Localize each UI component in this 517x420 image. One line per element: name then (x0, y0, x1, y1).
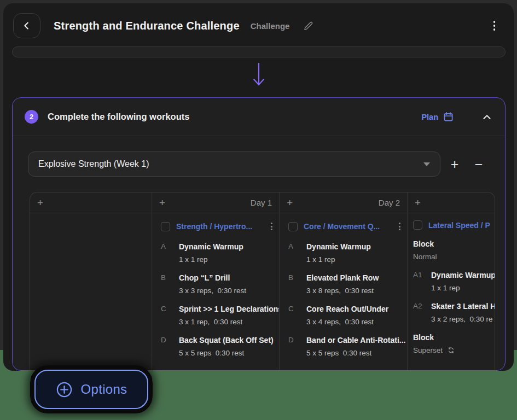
challenge-type-label: Challenge (251, 21, 290, 31)
edit-pencil-icon[interactable] (303, 20, 314, 32)
collapse-step-button[interactable] (481, 111, 493, 123)
exercise-name: Core Reach Out/Under (306, 305, 388, 313)
exercise-tag: A2 (413, 302, 431, 311)
workout-checkbox[interactable] (413, 220, 422, 230)
workout-checkbox[interactable] (288, 222, 298, 231)
chevron-up-icon (481, 111, 493, 123)
header: Strength and Endurance Challenge Challen… (3, 3, 514, 39)
page-title: Strength and Endurance Challenge (54, 20, 240, 32)
board-header-cell: + (30, 192, 152, 213)
block-mode: Normal (413, 253, 490, 261)
add-workout-button[interactable]: + (159, 197, 165, 209)
exercise-name: Elevated Plank Row (306, 273, 379, 282)
plus-circle-icon (56, 381, 73, 398)
board-header-cell: + (407, 192, 495, 213)
exercise-tag: D (288, 336, 306, 345)
exercise-item[interactable]: A2Skater 3 Lateral Ho 3 x 2 reps, 0:30 r… (413, 302, 490, 323)
step-header: 2 Complete the following workouts Plan (13, 98, 505, 136)
workout-title-link[interactable]: Lateral Speed / Ply (428, 221, 490, 230)
workout-title-link[interactable]: Core / Movement Q... (304, 222, 380, 231)
week-selector-row: Explosive Strength (Week 1) + − (28, 151, 491, 177)
exercise-detail: 3 x 8 reps, 0:30 rest (306, 287, 403, 295)
options-button[interactable]: Options (34, 370, 148, 409)
exercise-item[interactable]: ADynamic Warmup 1 x 1 rep (288, 242, 403, 264)
collapsed-step-card[interactable] (12, 46, 506, 57)
exercise-name: Dynamic Warmup (306, 242, 371, 251)
workout-header: Strength / Hypertro... (161, 220, 275, 232)
back-button[interactable] (13, 13, 40, 38)
block-mode-label: Superset (413, 346, 443, 354)
add-week-button[interactable]: + (443, 158, 467, 171)
exercise-item[interactable]: A1Dynamic Warmup 1 x 1 rep (413, 271, 490, 292)
exercise-item[interactable]: CCore Reach Out/Under 3 x 4 reps, 0:30 r… (288, 305, 403, 326)
step-card: 2 Complete the following workouts Plan (12, 97, 506, 371)
block-label: Block (413, 333, 490, 342)
workout-kebab-icon[interactable] (269, 220, 275, 232)
block-header: Block Superset (413, 333, 490, 354)
exercise-tag: B (288, 273, 306, 282)
exercise-name: Band or Cable Anti-Rotati... (306, 336, 405, 345)
exercise-detail: 3 x 2 reps, 0:30 re (431, 315, 490, 323)
week-select-dropdown[interactable]: Explosive Strength (Week 1) (28, 151, 440, 177)
app-window: Strength and Endurance Challenge Challen… (3, 3, 514, 371)
exercise-item[interactable]: DBand or Cable Anti-Rotati... 5 x 5 reps… (288, 336, 403, 357)
remove-week-button[interactable]: − (467, 158, 491, 171)
exercise-name: Dynamic Warmup (431, 271, 495, 279)
board-column-day2: Core / Movement Q... ADynamic Warmup 1 x… (279, 213, 407, 370)
superset-cycle-icon (447, 346, 455, 354)
calendar-icon (443, 112, 454, 122)
add-workout-button[interactable]: + (37, 197, 43, 209)
options-button-label: Options (81, 382, 127, 397)
block-header: Block Normal (413, 240, 490, 261)
workout-title-link[interactable]: Strength / Hypertro... (176, 222, 252, 231)
exercise-name: Chop “L” Drill (179, 273, 230, 282)
exercise-item[interactable]: BElevated Plank Row 3 x 8 reps, 0:30 res… (288, 273, 403, 295)
workout-checkbox[interactable] (161, 222, 170, 231)
exercise-name: Back Squat (Back Off Set) (179, 336, 274, 345)
exercise-name: Skater 3 Lateral Ho (431, 302, 495, 311)
board-header-cell: + Day 2 (279, 192, 407, 213)
workout-header: Lateral Speed / Ply (413, 220, 490, 230)
board-header-cell: + Day 1 (152, 192, 279, 213)
day-label: Day 2 (379, 198, 400, 207)
exercise-detail: 3 x 1 rep, 0:30 rest (179, 318, 275, 326)
day-label: Day 1 (251, 198, 272, 207)
exercise-name: Dynamic Warmup (179, 242, 243, 251)
exercise-detail: 5 x 5 reps 0:30 rest (306, 349, 403, 357)
exercise-tag: C (288, 305, 306, 313)
more-menu-icon[interactable] (491, 18, 498, 34)
exercise-tag: A1 (413, 271, 431, 279)
exercise-item[interactable]: DBack Squat (Back Off Set) 5 x 5 reps 0:… (161, 336, 275, 357)
exercise-detail: 3 x 3 reps, 0:30 rest (179, 287, 275, 295)
step-title: Complete the following workouts (48, 112, 189, 122)
plan-label: Plan (421, 113, 438, 121)
workout-kebab-icon[interactable] (397, 220, 403, 232)
exercise-tag: B (161, 273, 179, 282)
exercise-item[interactable]: CSprint >> 1 Leg Declarations 3 x 1 rep,… (161, 305, 275, 326)
workout-board: + + Day 1 + Day 2 + Strength / Hy (30, 192, 495, 370)
week-select-value: Explosive Strength (Week 1) (38, 159, 149, 169)
options-button-highlight: Options (30, 365, 153, 413)
add-workout-button[interactable]: + (287, 197, 293, 209)
exercise-detail: 1 x 1 rep (179, 255, 275, 264)
exercise-tag: C (161, 305, 179, 313)
plan-button[interactable]: Plan (421, 112, 454, 122)
arrow-down-icon (252, 62, 266, 91)
exercise-detail: 5 x 5 reps 0:30 rest (179, 349, 275, 357)
exercise-name: Sprint >> 1 Leg Declarations (179, 305, 279, 313)
exercise-detail: 1 x 1 rep (306, 255, 403, 264)
exercise-item[interactable]: ADynamic Warmup 1 x 1 rep (161, 242, 275, 264)
exercise-tag: A (161, 242, 179, 251)
block-mode-row: Superset (413, 346, 490, 354)
caret-down-icon (423, 162, 430, 166)
exercise-tag: A (288, 242, 306, 251)
board-column-empty (30, 213, 152, 370)
chevron-left-icon (21, 20, 33, 32)
add-workout-button[interactable]: + (415, 197, 421, 209)
step-number-badge: 2 (25, 110, 38, 124)
exercise-tag: D (161, 336, 179, 345)
board-column-day3: Lateral Speed / Ply Block Normal A1Dynam… (407, 213, 495, 370)
board-column-day1: Strength / Hypertro... ADynamic Warmup 1… (152, 213, 279, 370)
exercise-item[interactable]: BChop “L” Drill 3 x 3 reps, 0:30 rest (161, 273, 275, 295)
exercise-detail: 3 x 4 reps, 0:30 rest (306, 318, 403, 326)
